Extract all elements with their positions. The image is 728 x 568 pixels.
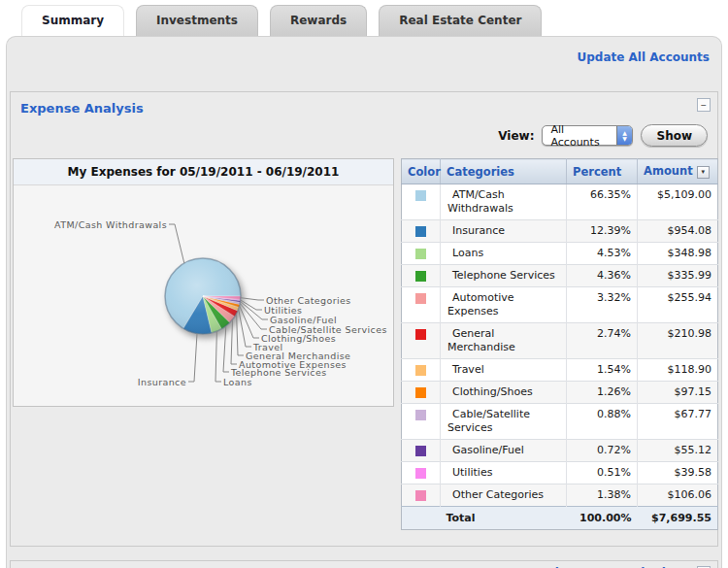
percent-cell: 2.74%	[567, 323, 638, 359]
color-cell	[402, 243, 441, 265]
view-controls: View: All Accounts ▲▼ Show	[20, 124, 708, 147]
percent-cell: 1.38%	[567, 484, 638, 507]
expense-table-header-row: Color Categories Percent Amount▾	[402, 159, 718, 184]
color-swatch-icon	[415, 468, 426, 479]
category-cell: Gasoline/Fuel	[441, 440, 567, 462]
update-row: Update All Accounts	[7, 37, 721, 65]
percent-cell: 12.39%	[567, 220, 638, 243]
category-cell: Clothing/Shoes	[441, 382, 567, 404]
tab-rewards[interactable]: Rewards	[270, 5, 367, 36]
view-label: View:	[498, 129, 534, 143]
color-swatch-icon	[415, 271, 426, 282]
pie-callout-line	[169, 224, 184, 263]
pie-callout-line	[241, 298, 264, 300]
color-cell	[402, 287, 441, 323]
pie-callout-line	[215, 331, 221, 382]
expense-row-clothing-shoes: Clothing/Shoes1.26%$97.15	[402, 382, 718, 404]
pie-label-insurance: Insurance	[138, 377, 186, 387]
pie-label-gasoline-fuel: Gasoline/Fuel	[270, 315, 337, 325]
pie-label-atm-cash-withdrawals: ATM/Cash Withdrawals	[54, 219, 167, 230]
pie-label-utilities: Utilities	[264, 305, 302, 316]
color-swatch-icon	[415, 329, 426, 340]
pie-label-other-categories: Other Categories	[266, 295, 351, 306]
total-amount: $7,699.55	[638, 507, 718, 530]
color-cell	[402, 265, 441, 287]
expense-row-atm-cash-withdrawals: ATM/Cash Withdrawals66.35%$5,109.00	[402, 184, 718, 220]
amount-cell: $335.99	[638, 265, 718, 287]
pie-slices[interactable]	[165, 258, 241, 334]
percent-cell: 0.51%	[567, 462, 638, 484]
expense-table: Color Categories Percent Amount▾ ATM/Cas…	[401, 158, 718, 530]
page: SummaryInvestmentsRewardsReal Estate Cen…	[0, 0, 728, 568]
color-cell	[402, 382, 441, 404]
pie-callout-line	[237, 314, 244, 355]
select-stepper-icon: ▲▼	[616, 126, 633, 145]
color-cell	[402, 484, 441, 507]
percent-cell: 3.32%	[567, 287, 638, 323]
amount-sort-dropdown-icon[interactable]: ▾	[697, 166, 710, 179]
color-cell	[402, 323, 441, 359]
expense-row-telephone-services: Telephone Services4.36%$335.99	[402, 265, 718, 287]
percent-cell: 0.72%	[567, 440, 638, 462]
color-cell	[402, 220, 441, 243]
color-cell	[402, 462, 441, 484]
expense-row-cable-satellite-services: Cable/Satellite Services0.88%$67.77	[402, 404, 718, 440]
expense-row-loans: Loans4.53%$348.98	[402, 243, 718, 265]
col-header-percent[interactable]: Percent	[567, 159, 638, 184]
color-cell	[402, 184, 441, 220]
col-header-amount[interactable]: Amount▾	[638, 159, 718, 184]
expense-row-automotive-expenses: Automotive Expenses3.32%$255.94	[402, 287, 718, 323]
color-swatch-icon	[415, 387, 426, 398]
pie-callout-line	[231, 319, 237, 364]
tab-investments[interactable]: Investments	[136, 5, 258, 36]
net-worth-section: Net Worth Summary View Net Worth Chart −	[10, 560, 718, 568]
collapse-section-icon[interactable]: −	[697, 98, 711, 112]
accounts-select-value: All Accounts	[550, 123, 615, 149]
total-row: Total 100.00% $7,699.55	[402, 507, 718, 530]
category-cell: Utilities	[441, 462, 567, 484]
amount-cell: $255.94	[638, 287, 718, 323]
total-label: Total	[441, 507, 567, 530]
pie-callout-line	[188, 334, 197, 383]
color-swatch-icon	[415, 446, 426, 456]
expense-content: My Expenses for 05/19/2011 - 06/19/2011 …	[11, 158, 717, 546]
pie-label-cable-satellite-services: Cable/Satellite Services	[269, 324, 387, 335]
expense-pie-panel: My Expenses for 05/19/2011 - 06/19/2011 …	[13, 158, 394, 407]
amount-header-label: Amount	[644, 164, 693, 178]
update-all-accounts-link[interactable]: Update All Accounts	[578, 50, 711, 64]
amount-cell: $210.98	[638, 323, 718, 359]
amount-cell: $67.77	[638, 404, 718, 440]
col-header-color: Color	[402, 159, 441, 184]
show-button[interactable]: Show	[641, 124, 708, 147]
expense-pie-chart[interactable]: ATM/Cash WithdrawalsInsuranceLoansTeleph…	[14, 185, 393, 406]
category-cell: Cable/Satellite Services	[441, 404, 567, 440]
category-cell: ATM/Cash Withdrawals	[441, 184, 567, 220]
percent-cell: 1.54%	[567, 359, 638, 382]
amount-cell: $5,109.00	[638, 184, 718, 220]
amount-cell: $39.58	[638, 462, 718, 484]
amount-cell: $348.98	[638, 243, 718, 265]
percent-cell: 66.35%	[567, 184, 638, 220]
color-swatch-icon	[415, 293, 426, 304]
percent-cell: 4.53%	[567, 243, 638, 265]
net-worth-header: Net Worth Summary View Net Worth Chart −	[11, 561, 717, 568]
accounts-select[interactable]: All Accounts ▲▼	[542, 125, 633, 146]
expense-row-insurance: Insurance12.39%$954.08	[402, 220, 718, 243]
summary-tab-panel: Update All Accounts Expense Analysis − V…	[6, 36, 722, 568]
color-swatch-icon	[415, 410, 426, 420]
pie-label-loans: Loans	[223, 377, 252, 387]
category-cell: Loans	[441, 243, 567, 265]
category-cell: Insurance	[441, 220, 567, 243]
col-header-categories[interactable]: Categories	[441, 159, 567, 184]
expense-row-utilities: Utilities0.51%$39.58	[402, 462, 718, 484]
amount-cell: $97.15	[638, 382, 718, 404]
expense-row-other-categories: Other Categories1.38%$106.06	[402, 484, 718, 507]
amount-cell: $954.08	[638, 220, 718, 243]
amount-cell: $106.06	[638, 484, 718, 507]
color-cell	[402, 359, 441, 382]
pie-chart-title: My Expenses for 05/19/2011 - 06/19/2011	[14, 159, 393, 185]
tab-real-estate-center[interactable]: Real Estate Center	[379, 5, 542, 36]
total-color-cell	[402, 507, 441, 530]
category-cell: Telephone Services	[441, 265, 567, 287]
tab-summary[interactable]: Summary	[21, 5, 124, 36]
